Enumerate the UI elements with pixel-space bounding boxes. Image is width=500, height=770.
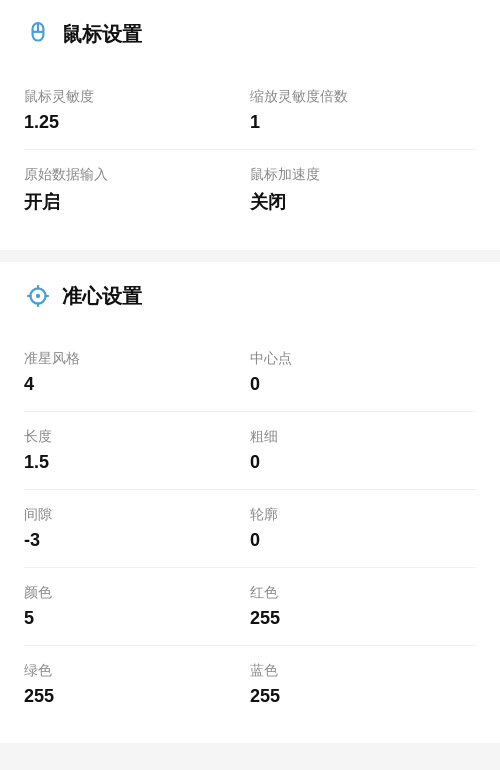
blue-label: 蓝色 (250, 662, 476, 680)
crosshair-row-3: 颜色 5 红色 255 (24, 568, 476, 646)
color-value: 5 (24, 608, 250, 629)
raw-input-field: 原始数据输入 开启 (24, 162, 250, 218)
mouse-sensitivity-value: 1.25 (24, 112, 250, 133)
crosshair-icon (24, 282, 52, 310)
red-field: 红色 255 (250, 580, 476, 633)
mouse-icon (24, 20, 52, 48)
crosshair-settings-section: 准心设置 准星风格 4 中心点 0 长度 1.5 粗细 0 间隙 -3 轮廓 0 (0, 262, 500, 743)
mouse-acceleration-field: 鼠标加速度 关闭 (250, 162, 476, 218)
gap-value: -3 (24, 530, 250, 551)
crosshair-row-0: 准星风格 4 中心点 0 (24, 334, 476, 412)
gap-field: 间隙 -3 (24, 502, 250, 555)
zoom-sensitivity-field: 缩放灵敏度倍数 1 (250, 84, 476, 137)
crosshair-style-field: 准星风格 4 (24, 346, 250, 399)
zoom-sensitivity-label: 缩放灵敏度倍数 (250, 88, 476, 106)
crosshair-row-4: 绿色 255 蓝色 255 (24, 646, 476, 723)
green-label: 绿色 (24, 662, 250, 680)
color-field: 颜色 5 (24, 580, 250, 633)
crosshair-row-2: 间隙 -3 轮廓 0 (24, 490, 476, 568)
length-field: 长度 1.5 (24, 424, 250, 477)
outline-label: 轮廓 (250, 506, 476, 524)
raw-input-label: 原始数据输入 (24, 166, 250, 184)
center-dot-label: 中心点 (250, 350, 476, 368)
mouse-row-1: 原始数据输入 开启 鼠标加速度 关闭 (24, 150, 476, 230)
mouse-settings-section: 鼠标设置 鼠标灵敏度 1.25 缩放灵敏度倍数 1 原始数据输入 开启 鼠标加速… (0, 0, 500, 250)
mouse-settings-title: 鼠标设置 (62, 21, 142, 48)
outline-field: 轮廓 0 (250, 502, 476, 555)
red-label: 红色 (250, 584, 476, 602)
mouse-row-0: 鼠标灵敏度 1.25 缩放灵敏度倍数 1 (24, 72, 476, 150)
mouse-acceleration-value: 关闭 (250, 190, 476, 214)
crosshair-style-label: 准星风格 (24, 350, 250, 368)
svg-point-4 (36, 294, 40, 298)
mouse-sensitivity-field: 鼠标灵敏度 1.25 (24, 84, 250, 137)
length-value: 1.5 (24, 452, 250, 473)
crosshair-style-value: 4 (24, 374, 250, 395)
blue-value: 255 (250, 686, 476, 707)
green-value: 255 (24, 686, 250, 707)
length-label: 长度 (24, 428, 250, 446)
crosshair-settings-header: 准心设置 (24, 282, 476, 314)
mouse-sensitivity-label: 鼠标灵敏度 (24, 88, 250, 106)
thickness-field: 粗细 0 (250, 424, 476, 477)
raw-input-value: 开启 (24, 190, 250, 214)
red-value: 255 (250, 608, 476, 629)
crosshair-settings-title: 准心设置 (62, 283, 142, 310)
thickness-value: 0 (250, 452, 476, 473)
gap-label: 间隙 (24, 506, 250, 524)
color-label: 颜色 (24, 584, 250, 602)
mouse-settings-header: 鼠标设置 (24, 20, 476, 52)
center-dot-field: 中心点 0 (250, 346, 476, 399)
crosshair-row-1: 长度 1.5 粗细 0 (24, 412, 476, 490)
thickness-label: 粗细 (250, 428, 476, 446)
green-field: 绿色 255 (24, 658, 250, 711)
center-dot-value: 0 (250, 374, 476, 395)
mouse-acceleration-label: 鼠标加速度 (250, 166, 476, 184)
zoom-sensitivity-value: 1 (250, 112, 476, 133)
blue-field: 蓝色 255 (250, 658, 476, 711)
outline-value: 0 (250, 530, 476, 551)
